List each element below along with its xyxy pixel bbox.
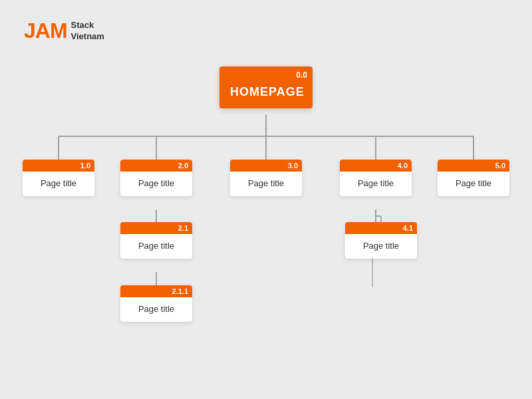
node-3-0-label: Page title bbox=[230, 172, 302, 196]
node-2-1[interactable]: 2.1 Page title bbox=[120, 222, 192, 259]
node-5-0-label: Page title bbox=[438, 172, 509, 196]
node-2-1-1[interactable]: 2.1.1 Page title bbox=[120, 285, 192, 322]
node-2-0[interactable]: 2.0 Page title bbox=[120, 160, 192, 196]
node-2-0-id: 2.0 bbox=[120, 160, 192, 172]
node-5-0-id: 5.0 bbox=[438, 160, 509, 172]
node-4-1[interactable]: 4.1 Page title bbox=[345, 222, 417, 259]
node-3-0[interactable]: 3.0 Page title bbox=[230, 160, 302, 196]
node-4-0-id: 4.0 bbox=[340, 160, 412, 172]
node-4-1-label: Page title bbox=[345, 234, 417, 259]
node-homepage[interactable]: 0.0 HOMEPAGE bbox=[219, 66, 313, 108]
node-4-0-label: Page title bbox=[340, 172, 412, 196]
logo-text: Stack Vietnam bbox=[71, 20, 104, 43]
node-3-0-id: 3.0 bbox=[230, 160, 302, 172]
node-4-0[interactable]: 4.0 Page title bbox=[340, 160, 412, 196]
tree-container: 0.0 HOMEPAGE 1.0 Page title 2.0 Page tit… bbox=[0, 60, 532, 399]
logo-jam: JAM bbox=[24, 19, 67, 43]
node-1-0-id: 1.0 bbox=[23, 160, 94, 172]
node-homepage-id: 0.0 bbox=[219, 66, 313, 81]
node-4-1-id: 4.1 bbox=[345, 222, 417, 234]
connector-lines bbox=[0, 60, 532, 399]
node-1-0-label: Page title bbox=[23, 172, 94, 196]
node-2-1-label: Page title bbox=[120, 234, 192, 259]
node-homepage-label: HOMEPAGE bbox=[219, 81, 313, 108]
node-2-0-label: Page title bbox=[120, 172, 192, 196]
connector-lines-2 bbox=[0, 60, 532, 399]
node-2-1-1-label: Page title bbox=[120, 297, 192, 322]
node-1-0[interactable]: 1.0 Page title bbox=[23, 160, 94, 196]
node-2-1-1-id: 2.1.1 bbox=[120, 285, 192, 297]
logo: JAM Stack Vietnam bbox=[24, 19, 104, 43]
node-2-1-id: 2.1 bbox=[120, 222, 192, 234]
node-5-0[interactable]: 5.0 Page title bbox=[438, 160, 509, 196]
